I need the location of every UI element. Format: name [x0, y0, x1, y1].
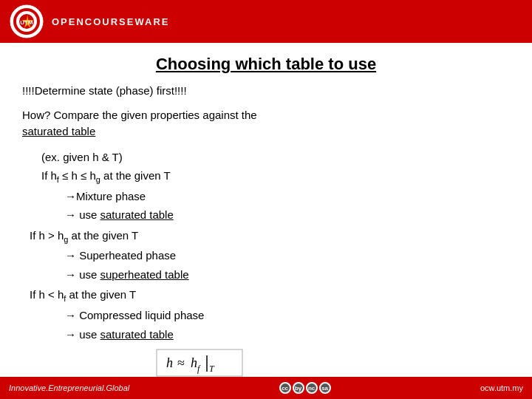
sub-f1: f — [57, 175, 59, 184]
use-saturated-1: → use saturated table — [30, 205, 510, 225]
superheated-phase: → Superheated phase — [30, 246, 510, 265]
svg-text:h: h — [166, 355, 173, 370]
cc-icon-sa: sa — [319, 382, 331, 394]
slide-content: Choosing which table to use !!!!Determin… — [0, 43, 532, 388]
saturated-table-ref1: saturated table — [22, 125, 95, 137]
footer-url: ocw.utm.my — [480, 383, 523, 392]
cc-icon-cc: cc — [279, 382, 291, 394]
svg-text:T: T — [209, 364, 215, 374]
sub-g1: g — [96, 175, 100, 184]
use-superheated: → use superheated table — [30, 265, 510, 284]
slide-title: Choosing which table to use — [22, 55, 510, 74]
condition-2: If h > hg at the given T — [30, 226, 510, 247]
use-saturated-3: → use saturated table — [30, 325, 510, 344]
body-content: (ex. given h & T) If hf ≤ h ≤ hg at the … — [22, 148, 510, 344]
svg-text:f: f — [197, 364, 201, 374]
opencourseware-label: OPENCOURSEWARE — [52, 16, 169, 27]
cc-icon-by: by — [293, 382, 304, 394]
compressed-liquid: → Compressed liquid phase — [30, 306, 510, 325]
cc-icons: cc by nc sa — [279, 382, 331, 394]
svg-text:UTM: UTM — [20, 19, 33, 26]
saturated-table-ref2: saturated table — [100, 208, 174, 221]
superheated-table-ref: superheated table — [100, 268, 189, 281]
cc-icon-nc: nc — [306, 382, 318, 394]
svg-text:≈: ≈ — [177, 355, 185, 370]
condition-1: If hf ≤ h ≤ hg at the given T — [30, 166, 510, 187]
sub-g2: g — [64, 235, 68, 244]
footer-tagline: Innovative.Entrepreneurial.Global — [9, 383, 129, 392]
formula-svg: h ≈ h f T — [155, 348, 244, 378]
intro-line1: !!!!Determine state (phase) first!!!! — [22, 83, 510, 100]
saturated-table-ref3: saturated table — [100, 328, 174, 341]
utm-logo: UTM — [9, 4, 44, 39]
intro-line2: How? Compare the given properties agains… — [22, 107, 510, 140]
mixture-phase: →Mixture phase — [30, 187, 510, 206]
footer-cc-area: cc by nc sa — [279, 382, 331, 394]
formula-area: h ≈ h f T — [155, 348, 244, 378]
svg-text:h: h — [191, 355, 197, 370]
footer-bar: Innovative.Entrepreneurial.Global cc by … — [0, 377, 532, 399]
header-bar: UTM OPENCOURSEWARE — [0, 0, 532, 43]
condition-3: If h < hf at the given T — [30, 285, 510, 306]
example-line: (ex. given h & T) — [30, 148, 510, 167]
sub-f2: f — [64, 294, 66, 303]
